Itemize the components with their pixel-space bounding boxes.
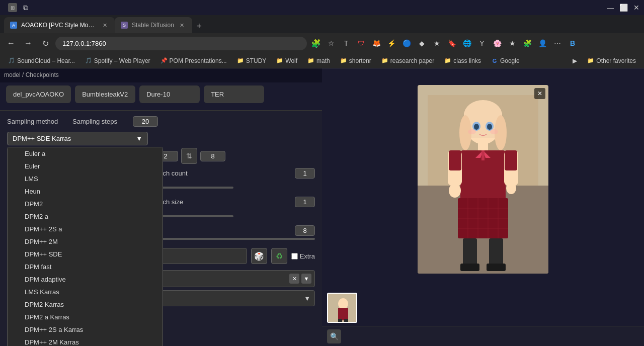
model-card-del-pvc[interactable]: del_pvcAOAOKO: [6, 85, 71, 103]
bottom-action-bar: 🔍: [322, 326, 644, 346]
bookmark-label-soundcloud: SoundCloud – Hear...: [17, 57, 75, 64]
tab-aoaoko[interactable]: A AOAOKO [PVC Style Model] - Pv... ✕: [4, 17, 115, 33]
new-tab-button[interactable]: +: [192, 19, 206, 33]
style-dropdown[interactable]: ▼: [153, 290, 315, 306]
more-bookmarks[interactable]: ▶: [569, 56, 581, 65]
batch-size-value: 1: [295, 197, 315, 207]
batch-size-slider[interactable]: [153, 211, 233, 221]
addon-icon7[interactable]: 🌐: [461, 37, 473, 49]
bookmark-study[interactable]: 📁 STUDY: [233, 56, 271, 65]
menu-item-euler[interactable]: Euler: [8, 160, 163, 172]
menu-item-dpm2m-karras[interactable]: DPM++ 2M Karras: [8, 336, 163, 346]
menu-item-dpm2a[interactable]: DPM2 a: [8, 210, 163, 223]
bookmark-pom[interactable]: 📌 POM Presentations...: [156, 56, 231, 65]
other-favorites[interactable]: 📁 Other favorites: [583, 56, 640, 65]
menu-item-dpm-fast[interactable]: DPM fast: [8, 261, 163, 273]
thumbnail-1[interactable]: [327, 293, 357, 323]
extra-checkbox-label[interactable]: Extra: [291, 252, 315, 260]
bookmark-classlinks[interactable]: 📁 class links: [440, 56, 485, 65]
addon-icon3[interactable]: 🔵: [400, 37, 413, 49]
address-bar: ← → ↻ 🧩 ☆ T 🛡 🦊 ⚡ 🔵 ◆ ★ 🔖 🌐 Y 🌸 ★ 🧩 👤 ⋯ …: [0, 33, 644, 53]
zoom-icon[interactable]: 🔍: [327, 329, 341, 343]
tab-label-aoaoko: AOAOKO [PVC Style Model] - Pv...: [21, 22, 97, 29]
addon-icon9[interactable]: 🌸: [491, 37, 503, 49]
model-card-bumble[interactable]: BumblesteakV2: [75, 85, 135, 103]
menu-item-dpm2sa-karras[interactable]: DPM++ 2S a Karras: [8, 323, 163, 336]
menu-icon[interactable]: ⋯: [551, 37, 564, 49]
classlinks-icon: 📁: [444, 57, 451, 64]
bookmark-research[interactable]: 📁 reasearch paper: [377, 56, 438, 65]
menu-label-lms-karras: LMS Karras: [25, 288, 59, 296]
addon-icon1[interactable]: 🦊: [370, 37, 382, 49]
bookmark-star-icon[interactable]: ★: [506, 37, 518, 49]
title-bar: ⊞ ⧉ — ⬜ ✕: [0, 0, 644, 15]
bookmark-google[interactable]: G Google: [487, 56, 524, 65]
addon-icon8[interactable]: Y: [476, 37, 488, 49]
svg-rect-43: [344, 319, 348, 323]
tab-stable-diffusion[interactable]: S Stable Diffusion ✕: [115, 17, 192, 33]
svg-rect-37: [460, 264, 479, 271]
study-icon: 📁: [237, 57, 244, 64]
menu-item-dpm2m[interactable]: DPM++ 2M: [8, 235, 163, 248]
tab-close-aoaoko[interactable]: ✕: [101, 21, 109, 29]
tab-bar: A AOAOKO [PVC Style Model] - Pv... ✕ S S…: [0, 15, 644, 33]
menu-item-dpm2[interactable]: DPM2: [8, 198, 163, 210]
dropdown-arrow-icon: ▼: [136, 135, 142, 142]
batch-count-track: [153, 187, 233, 189]
reload-button[interactable]: ↻: [38, 36, 52, 50]
menu-item-dpm2a-karras[interactable]: DPM2 a Karras: [8, 311, 163, 323]
extra-checkbox[interactable]: [291, 253, 298, 260]
addon-icon2[interactable]: ⚡: [385, 37, 397, 49]
extensions-icon[interactable]: 🧩: [310, 37, 322, 49]
translate-icon[interactable]: T: [340, 37, 352, 49]
shorten-icon: 📁: [340, 57, 347, 64]
maximize-button[interactable]: ⬜: [620, 4, 627, 11]
prompt-input-area[interactable]: [153, 248, 247, 264]
model-card-ter[interactable]: TER: [204, 85, 264, 103]
addon-icon5[interactable]: ★: [431, 37, 443, 49]
extension-puzzle-icon[interactable]: 🧩: [521, 37, 533, 49]
security-icon[interactable]: 🛡: [355, 37, 367, 49]
tab-close-sd[interactable]: ✕: [178, 21, 186, 29]
sampling-dropdown-menu[interactable]: Euler a Euler LMS Heun: [7, 147, 163, 346]
close-window-button[interactable]: ✕: [633, 4, 640, 11]
bookmark-spotify[interactable]: 🎵 Spotify – Web Player: [81, 56, 154, 65]
batch-size-row: Batch size 1: [153, 197, 315, 207]
back-button[interactable]: ←: [4, 36, 18, 50]
menu-item-heun[interactable]: Heun: [8, 185, 163, 198]
cfg-value: 8: [295, 225, 315, 236]
close-image-button[interactable]: ✕: [534, 88, 545, 99]
forward-button[interactable]: →: [21, 36, 35, 50]
sampling-method-dropdown[interactable]: DPM++ SDE Karras ▼ Euler a Euler: [7, 132, 148, 145]
minimize-button[interactable]: —: [607, 4, 614, 11]
menu-item-dpm2sa[interactable]: DPM++ 2S a: [8, 223, 163, 235]
negative-clear-button[interactable]: ✕: [289, 274, 299, 284]
profile-icon[interactable]: 👤: [536, 37, 548, 49]
negative-expand-button[interactable]: ▼: [301, 274, 311, 284]
tool-buttons-row: 🎲 ♻ Extra: [153, 245, 315, 267]
extra-checkbox-row: Extra: [291, 252, 315, 260]
addon-icon6[interactable]: 🔖: [446, 37, 458, 49]
bookmark-wolf[interactable]: 📁 Wolf: [272, 56, 301, 65]
batch-count-slider[interactable]: [153, 183, 233, 193]
menu-item-dpmsde[interactable]: DPM++ SDE: [8, 248, 163, 261]
address-input[interactable]: [55, 37, 307, 50]
dropdown-button[interactable]: DPM++ SDE Karras ▼: [7, 132, 148, 145]
model-card-dure[interactable]: Dure-10: [139, 85, 200, 103]
menu-item-lms-karras[interactable]: LMS Karras: [8, 286, 163, 298]
swap-dimensions-button[interactable]: ⇅: [181, 148, 197, 164]
menu-item-dpm-adaptive[interactable]: DPM adaptive: [8, 273, 163, 286]
star-icon[interactable]: ☆: [325, 37, 337, 49]
menu-item-lms[interactable]: LMS: [8, 172, 163, 185]
dice-button[interactable]: 🎲: [251, 248, 267, 264]
copilot-icon[interactable]: B: [567, 37, 579, 49]
menu-item-euler-a[interactable]: Euler a: [8, 147, 163, 160]
menu-item-dpm2-karras[interactable]: DPM2 Karras: [8, 298, 163, 311]
addon-icon4[interactable]: ◆: [416, 37, 428, 49]
cfg-slider[interactable]: [153, 238, 315, 240]
bookmark-shorten[interactable]: 📁 shortenr: [336, 56, 375, 65]
screen-toggle[interactable]: ⧉: [21, 3, 30, 12]
bookmark-soundcloud[interactable]: 🎵 SoundCloud – Hear...: [4, 56, 79, 65]
recycle-button[interactable]: ♻: [271, 248, 287, 264]
bookmark-math[interactable]: 📁 math: [303, 56, 334, 65]
